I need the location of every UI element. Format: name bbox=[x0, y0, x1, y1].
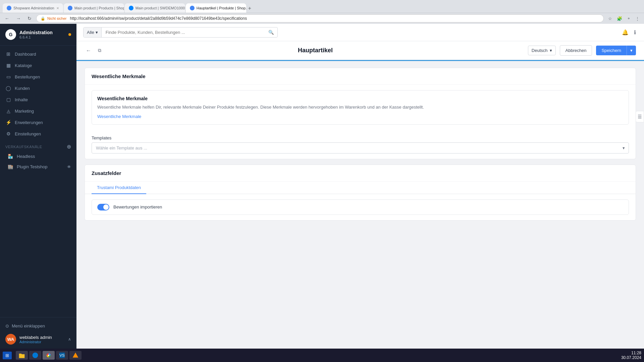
templates-select-wrapper: Wähle ein Template aus ... bbox=[92, 142, 629, 154]
browser-tab-1[interactable]: Shopware Administration ✕ bbox=[3, 3, 63, 13]
sidebar-item-kunden[interactable]: ◯ Kunden bbox=[0, 82, 76, 94]
tab-close-1[interactable]: ✕ bbox=[56, 6, 59, 10]
collapse-label: Menü einklappen bbox=[12, 323, 45, 328]
browser-tab-4[interactable]: Hauptartikel | Produkte | Shop... ✕ bbox=[186, 3, 246, 13]
not-secure-label: Nicht sicher bbox=[47, 16, 66, 20]
browser-tab-3[interactable]: Main product | SWDEMO10001 ✕ bbox=[125, 3, 185, 13]
einstellungen-icon: ⚙ bbox=[5, 131, 11, 136]
right-panel-button[interactable]: ☰ bbox=[636, 111, 644, 122]
taskbar-item-5[interactable] bbox=[69, 351, 82, 360]
taskbar-file-explorer[interactable] bbox=[16, 351, 28, 360]
save-button[interactable]: Speichern bbox=[596, 46, 627, 55]
menu-button[interactable]: ⋮ bbox=[634, 15, 641, 22]
eye-icon[interactable]: 👁 bbox=[67, 165, 71, 169]
sidebar-item-erweiterungen[interactable]: ⚡ Erweiterungen bbox=[0, 117, 76, 128]
sidebar-item-label-erweiterungen: Erweiterungen bbox=[15, 120, 43, 125]
save-dropdown-button[interactable]: ▾ bbox=[627, 46, 636, 55]
right-panel-icon: ☰ bbox=[638, 114, 642, 119]
extensions-button[interactable]: 🧩 bbox=[615, 15, 624, 22]
sidebar-item-label-inhalte: Inhalte bbox=[15, 97, 28, 102]
collapse-icon: ⊙ bbox=[5, 323, 9, 328]
main-content: Wesentliche Merkmale Wesentliche Merkmal… bbox=[76, 61, 644, 349]
sidebar-brand: Administration 6.6.4.1 bbox=[19, 30, 53, 39]
tab-title-2: Main product | Products | Shop... bbox=[74, 6, 124, 10]
tab-favicon-4 bbox=[190, 6, 195, 10]
templates-select[interactable]: Wähle ein Template aus ... bbox=[92, 142, 629, 154]
start-button[interactable]: ⊞ bbox=[3, 352, 12, 359]
back-button[interactable]: ← bbox=[3, 14, 11, 22]
search-container: Alle ▾ 🔍 bbox=[83, 27, 278, 38]
address-bar: ← → ↻ 🔒 Nicht sicher http://localhost:66… bbox=[0, 13, 644, 24]
back-page-button[interactable]: ← bbox=[85, 46, 93, 55]
sidebar-item-label-kataloge: Kataloge bbox=[15, 63, 32, 68]
sidebar: G Administration 6.6.4.1 ⊞ Dashboard ▦ K… bbox=[0, 24, 76, 349]
sidebar-item-plugin-testshop[interactable]: 🏬 Plugin Testshop 👁 bbox=[0, 162, 76, 172]
browser-tab-2[interactable]: Main product | Products | Shop... ✕ bbox=[64, 3, 124, 13]
sidebar-item-einstellungen[interactable]: ⚙ Einstellungen bbox=[0, 128, 76, 139]
toggle-card: Bewertungen importieren bbox=[92, 199, 629, 215]
taskbar-edge[interactable] bbox=[29, 351, 41, 360]
forward-button[interactable]: → bbox=[14, 14, 23, 22]
address-input[interactable]: 🔒 Nicht sicher http://localhost:666/admi… bbox=[36, 14, 604, 22]
collapse-menu-button[interactable]: ⊙ Menü einklappen bbox=[5, 321, 71, 330]
sidebar-item-label-einstellungen: Einstellungen bbox=[15, 131, 41, 136]
sidebar-item-label-plugin-testshop: Plugin Testshop bbox=[17, 164, 48, 169]
sidebar-item-bestellungen[interactable]: ▭ Bestellungen bbox=[0, 71, 76, 82]
windows-icon: ⊞ bbox=[5, 353, 9, 358]
search-button[interactable]: 🔍 bbox=[265, 27, 277, 37]
headless-icon: 🏪 bbox=[7, 154, 13, 159]
user-role: Administrator bbox=[19, 340, 65, 344]
user-name: weblabels admin bbox=[19, 335, 65, 340]
top-bar-right: 🔔 ℹ bbox=[621, 28, 637, 37]
tab-trustami[interactable]: Trustami Produktdaten bbox=[92, 182, 146, 194]
save-button-group: Speichern ▾ bbox=[596, 46, 636, 55]
reload-button[interactable]: ↻ bbox=[25, 14, 34, 22]
inhalte-icon: ▢ bbox=[5, 97, 11, 102]
sidebar-item-kataloge[interactable]: ▦ Kataloge bbox=[0, 60, 76, 71]
cancel-button[interactable]: Abbrechen bbox=[560, 45, 592, 56]
search-select[interactable]: Alle ▾ bbox=[84, 27, 102, 37]
copy-button[interactable]: ⧉ bbox=[97, 46, 103, 55]
tab-trustami-label: Trustami Produktdaten bbox=[97, 185, 141, 190]
browser-tabs: Shopware Administration ✕ Main product |… bbox=[3, 0, 641, 13]
bestellungen-icon: ▭ bbox=[5, 74, 11, 79]
bookmark-button[interactable]: ☆ bbox=[606, 15, 614, 22]
dashboard-icon: ⊞ bbox=[5, 51, 11, 57]
search-input[interactable] bbox=[102, 27, 265, 37]
help-button[interactable]: ℹ bbox=[633, 28, 637, 37]
clock-time: 11:28 bbox=[621, 351, 641, 355]
user-section: WA weblabels admin Administrator ∧ bbox=[5, 330, 71, 345]
page-header: ← ⧉ Hauptartikel Deutsch ▾ Abbrechen Spe… bbox=[76, 41, 644, 60]
add-verkaufskanal-button[interactable]: ⊕ bbox=[67, 143, 71, 150]
verkaufskanaele-label: Verkaufskanäle bbox=[5, 145, 42, 149]
sidebar-item-label-headless: Headless bbox=[17, 154, 35, 159]
info-card-text: Wesentliche Merkmale helfen Dir, relevan… bbox=[97, 104, 623, 111]
sidebar-footer: ⊙ Menü einklappen WA weblabels admin Adm… bbox=[0, 317, 76, 349]
notification-button[interactable]: 🔔 bbox=[621, 28, 630, 37]
profile-button[interactable]: ⚬ bbox=[625, 15, 632, 22]
address-text: http://localhost:666/admin#/sw/product/d… bbox=[70, 16, 247, 21]
sidebar-item-label-marketing: Marketing bbox=[15, 109, 34, 114]
sidebar-item-headless[interactable]: 🏪 Headless bbox=[0, 151, 76, 162]
sidebar-item-inhalte[interactable]: ▢ Inhalte bbox=[0, 94, 76, 105]
kunden-icon: ◯ bbox=[5, 85, 11, 91]
taskbar-item-4[interactable]: VS bbox=[56, 351, 68, 360]
search-select-label: Alle bbox=[87, 30, 94, 35]
bewertungen-toggle[interactable] bbox=[97, 204, 109, 210]
wesentliche-merkmale-link[interactable]: Wesentliche Merkmale bbox=[97, 114, 141, 119]
wesentliche-section-title: Wesentliche Merkmale bbox=[85, 68, 636, 85]
erweiterungen-icon: ⚡ bbox=[5, 120, 11, 125]
new-tab-button[interactable]: + bbox=[247, 4, 253, 13]
kataloge-icon: ▦ bbox=[5, 63, 11, 68]
wesentliche-merkmale-section: Wesentliche Merkmale Wesentliche Merkmal… bbox=[85, 68, 636, 159]
sidebar-item-dashboard[interactable]: ⊞ Dashboard bbox=[0, 48, 76, 60]
templates-placeholder: Wähle ein Template aus ... bbox=[96, 145, 147, 150]
taskbar-chrome[interactable] bbox=[43, 351, 55, 360]
language-chevron-icon: ▾ bbox=[550, 48, 552, 53]
sidebar-header: G Administration 6.6.4.1 bbox=[0, 24, 76, 46]
tab-favicon-2 bbox=[68, 6, 72, 10]
browser-actions: ☆ 🧩 ⚬ ⋮ bbox=[606, 15, 641, 22]
language-select[interactable]: Deutsch ▾ bbox=[528, 46, 556, 55]
user-chevron-icon[interactable]: ∧ bbox=[68, 337, 71, 342]
sidebar-item-marketing[interactable]: ◬ Marketing bbox=[0, 105, 76, 117]
